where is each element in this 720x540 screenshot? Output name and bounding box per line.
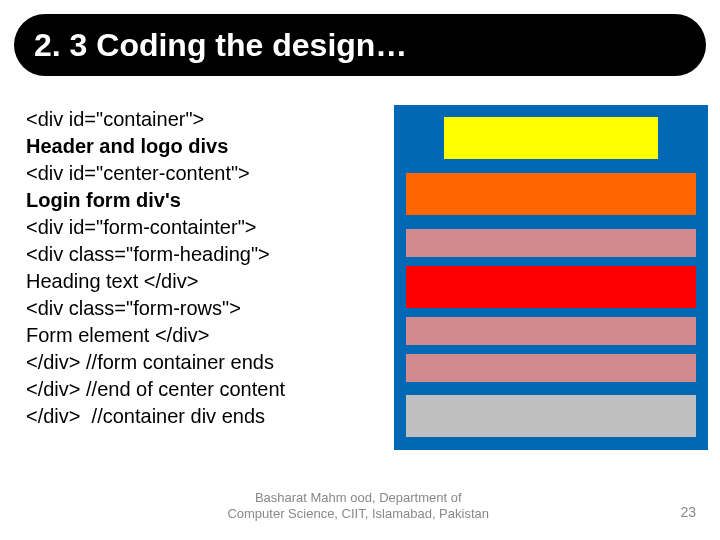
code-line: <div id="center-content">	[26, 160, 285, 187]
code-line: <div id="container">	[26, 106, 285, 133]
layout-diagram	[394, 105, 708, 450]
code-line: </div> //end of center content	[26, 376, 285, 403]
code-line: Login form div's	[26, 187, 285, 214]
diagram-row	[406, 317, 696, 345]
code-line: </div> //form container ends	[26, 349, 285, 376]
code-line: Heading text </div>	[26, 268, 285, 295]
diagram-row	[406, 173, 696, 215]
page-number: 23	[656, 504, 720, 522]
slide-title: 2. 3 Coding the design…	[34, 27, 407, 64]
diagram-inner	[406, 117, 696, 438]
diagram-row	[444, 117, 659, 159]
slide-title-bar: 2. 3 Coding the design…	[14, 14, 706, 76]
footer-line1: Basharat Mahm ood, Department of	[255, 490, 462, 505]
code-line: <div class="form-heading">	[26, 241, 285, 268]
footer-text: Basharat Mahm ood, Department of Compute…	[60, 490, 656, 523]
diagram-row	[406, 354, 696, 382]
code-line: <div class="form-rows">	[26, 295, 285, 322]
code-line: Form element </div>	[26, 322, 285, 349]
slide-footer: Basharat Mahm ood, Department of Compute…	[0, 490, 720, 523]
code-line: <div id="form-containter">	[26, 214, 285, 241]
code-line: Header and logo divs	[26, 133, 285, 160]
diagram-row	[406, 395, 696, 437]
diagram-row	[406, 266, 696, 308]
code-snippet: <div id="container">Header and logo divs…	[26, 106, 285, 430]
footer-line2: Computer Science, CIIT, Islamabad, Pakis…	[227, 506, 489, 521]
diagram-row	[406, 229, 696, 257]
code-line: </div> //container div ends	[26, 403, 285, 430]
